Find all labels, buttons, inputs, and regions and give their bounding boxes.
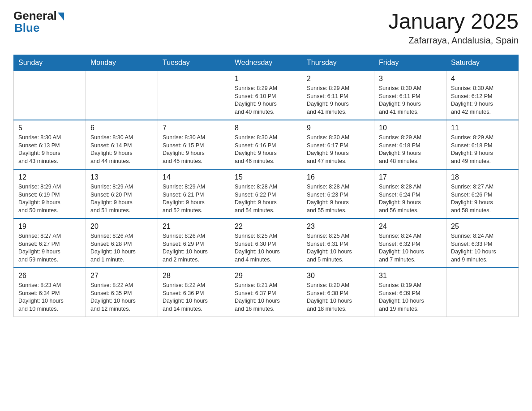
calendar-cell: 14Sunrise: 8:29 AM Sunset: 6:21 PM Dayli… — [158, 169, 230, 218]
calendar-cell: 7Sunrise: 8:30 AM Sunset: 6:15 PM Daylig… — [158, 120, 230, 169]
calendar-cell: 21Sunrise: 8:26 AM Sunset: 6:29 PM Dayli… — [158, 218, 230, 268]
day-number: 2 — [307, 75, 369, 83]
calendar-cell: 19Sunrise: 8:27 AM Sunset: 6:27 PM Dayli… — [14, 218, 86, 268]
day-number: 30 — [307, 272, 369, 280]
day-number: 8 — [235, 124, 297, 132]
calendar-cell: 28Sunrise: 8:22 AM Sunset: 6:36 PM Dayli… — [158, 268, 230, 317]
calendar-header-row: SundayMondayTuesdayWednesdayThursdayFrid… — [14, 55, 519, 71]
calendar-cell: 16Sunrise: 8:28 AM Sunset: 6:23 PM Dayli… — [302, 169, 374, 218]
day-number: 3 — [379, 75, 442, 83]
calendar-cell: 29Sunrise: 8:21 AM Sunset: 6:37 PM Dayli… — [230, 268, 302, 317]
calendar-cell: 15Sunrise: 8:28 AM Sunset: 6:22 PM Dayli… — [230, 169, 302, 218]
day-info: Sunrise: 8:30 AM Sunset: 6:13 PM Dayligh… — [18, 134, 81, 165]
day-info: Sunrise: 8:30 AM Sunset: 6:11 PM Dayligh… — [379, 85, 442, 116]
calendar-cell: 6Sunrise: 8:30 AM Sunset: 6:14 PM Daylig… — [86, 120, 158, 169]
day-number: 1 — [235, 75, 297, 83]
day-info: Sunrise: 8:29 AM Sunset: 6:20 PM Dayligh… — [90, 183, 153, 214]
day-number: 29 — [235, 272, 297, 280]
calendar-cell: 9Sunrise: 8:30 AM Sunset: 6:17 PM Daylig… — [302, 120, 374, 169]
day-info: Sunrise: 8:22 AM Sunset: 6:35 PM Dayligh… — [90, 282, 153, 313]
day-number: 20 — [90, 223, 153, 231]
day-info: Sunrise: 8:29 AM Sunset: 6:10 PM Dayligh… — [235, 85, 297, 116]
column-header-tuesday: Tuesday — [158, 55, 230, 71]
day-info: Sunrise: 8:30 AM Sunset: 6:14 PM Dayligh… — [90, 134, 153, 165]
column-header-saturday: Saturday — [446, 55, 519, 71]
title-section: January 2025 Zafarraya, Andalusia, Spain — [388, 9, 519, 46]
day-number: 17 — [379, 173, 442, 181]
calendar-cell: 27Sunrise: 8:22 AM Sunset: 6:35 PM Dayli… — [86, 268, 158, 317]
day-info: Sunrise: 8:20 AM Sunset: 6:38 PM Dayligh… — [307, 282, 369, 313]
day-number: 19 — [18, 223, 81, 231]
day-number: 28 — [163, 272, 225, 280]
logo-arrow-icon — [58, 13, 64, 21]
day-number: 27 — [90, 272, 153, 280]
day-info: Sunrise: 8:29 AM Sunset: 6:18 PM Dayligh… — [379, 134, 442, 165]
day-info: Sunrise: 8:23 AM Sunset: 6:34 PM Dayligh… — [18, 282, 81, 313]
week-row-5: 26Sunrise: 8:23 AM Sunset: 6:34 PM Dayli… — [14, 268, 519, 317]
column-header-wednesday: Wednesday — [230, 55, 302, 71]
calendar-cell: 20Sunrise: 8:26 AM Sunset: 6:28 PM Dayli… — [86, 218, 158, 268]
day-number: 10 — [379, 124, 442, 132]
calendar-cell: 5Sunrise: 8:30 AM Sunset: 6:13 PM Daylig… — [14, 120, 86, 169]
day-info: Sunrise: 8:29 AM Sunset: 6:21 PM Dayligh… — [163, 183, 225, 214]
day-info: Sunrise: 8:22 AM Sunset: 6:36 PM Dayligh… — [163, 282, 225, 313]
day-number: 6 — [90, 124, 153, 132]
day-info: Sunrise: 8:28 AM Sunset: 6:24 PM Dayligh… — [379, 183, 442, 214]
logo: General Blue — [13, 9, 64, 35]
calendar-table: SundayMondayTuesdayWednesdayThursdayFrid… — [13, 55, 519, 317]
calendar-cell: 31Sunrise: 8:19 AM Sunset: 6:39 PM Dayli… — [374, 268, 446, 317]
day-info: Sunrise: 8:25 AM Sunset: 6:31 PM Dayligh… — [307, 232, 369, 264]
day-info: Sunrise: 8:30 AM Sunset: 6:15 PM Dayligh… — [163, 134, 225, 165]
day-number: 25 — [451, 223, 514, 231]
day-info: Sunrise: 8:29 AM Sunset: 6:18 PM Dayligh… — [451, 134, 514, 165]
day-info: Sunrise: 8:28 AM Sunset: 6:23 PM Dayligh… — [307, 183, 369, 214]
day-info: Sunrise: 8:26 AM Sunset: 6:29 PM Dayligh… — [163, 232, 225, 264]
calendar-title: January 2025 — [388, 9, 519, 34]
day-info: Sunrise: 8:19 AM Sunset: 6:39 PM Dayligh… — [379, 282, 442, 313]
calendar-cell: 22Sunrise: 8:25 AM Sunset: 6:30 PM Dayli… — [230, 218, 302, 268]
day-number: 5 — [18, 124, 81, 132]
calendar-cell: 30Sunrise: 8:20 AM Sunset: 6:38 PM Dayli… — [302, 268, 374, 317]
day-number: 23 — [307, 223, 369, 231]
day-number: 26 — [18, 272, 81, 280]
day-number: 12 — [18, 173, 81, 181]
day-info: Sunrise: 8:29 AM Sunset: 6:11 PM Dayligh… — [307, 85, 369, 116]
calendar-cell — [158, 71, 230, 120]
day-info: Sunrise: 8:29 AM Sunset: 6:19 PM Dayligh… — [18, 183, 81, 214]
day-number: 21 — [163, 223, 225, 231]
day-info: Sunrise: 8:24 AM Sunset: 6:33 PM Dayligh… — [451, 232, 514, 264]
day-info: Sunrise: 8:21 AM Sunset: 6:37 PM Dayligh… — [235, 282, 297, 313]
day-info: Sunrise: 8:25 AM Sunset: 6:30 PM Dayligh… — [235, 232, 297, 264]
calendar-cell: 26Sunrise: 8:23 AM Sunset: 6:34 PM Dayli… — [14, 268, 86, 317]
calendar-cell: 18Sunrise: 8:27 AM Sunset: 6:26 PM Dayli… — [446, 169, 519, 218]
week-row-3: 12Sunrise: 8:29 AM Sunset: 6:19 PM Dayli… — [14, 169, 519, 218]
logo-blue-text: Blue — [14, 21, 39, 34]
day-number: 14 — [163, 173, 225, 181]
week-row-1: 1Sunrise: 8:29 AM Sunset: 6:10 PM Daylig… — [14, 71, 519, 120]
day-number: 18 — [451, 173, 514, 181]
calendar-cell: 8Sunrise: 8:30 AM Sunset: 6:16 PM Daylig… — [230, 120, 302, 169]
day-number: 15 — [235, 173, 297, 181]
day-number: 4 — [451, 75, 514, 83]
day-number: 7 — [163, 124, 225, 132]
calendar-cell: 17Sunrise: 8:28 AM Sunset: 6:24 PM Dayli… — [374, 169, 446, 218]
day-number: 11 — [451, 124, 514, 132]
day-number: 16 — [307, 173, 369, 181]
day-number: 22 — [235, 223, 297, 231]
day-number: 31 — [379, 272, 442, 280]
day-info: Sunrise: 8:26 AM Sunset: 6:28 PM Dayligh… — [90, 232, 153, 264]
calendar-cell: 13Sunrise: 8:29 AM Sunset: 6:20 PM Dayli… — [86, 169, 158, 218]
calendar-cell: 3Sunrise: 8:30 AM Sunset: 6:11 PM Daylig… — [374, 71, 446, 120]
day-info: Sunrise: 8:30 AM Sunset: 6:16 PM Dayligh… — [235, 134, 297, 165]
column-header-friday: Friday — [374, 55, 446, 71]
calendar-cell — [446, 268, 519, 317]
calendar-cell: 4Sunrise: 8:30 AM Sunset: 6:12 PM Daylig… — [446, 71, 519, 120]
day-number: 9 — [307, 124, 369, 132]
week-row-4: 19Sunrise: 8:27 AM Sunset: 6:27 PM Dayli… — [14, 218, 519, 268]
calendar-subtitle: Zafarraya, Andalusia, Spain — [388, 35, 519, 46]
calendar-cell: 11Sunrise: 8:29 AM Sunset: 6:18 PM Dayli… — [446, 120, 519, 169]
calendar-cell: 12Sunrise: 8:29 AM Sunset: 6:19 PM Dayli… — [14, 169, 86, 218]
page-header: General Blue January 2025 Zafarraya, And… — [13, 9, 519, 46]
calendar-cell — [86, 71, 158, 120]
day-number: 24 — [379, 223, 442, 231]
